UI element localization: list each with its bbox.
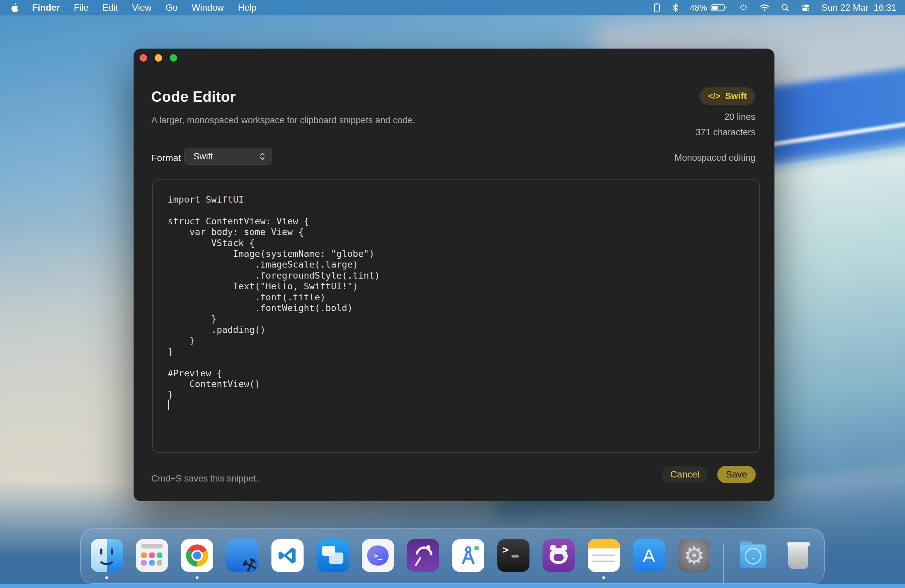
save-button[interactable]: Save — [717, 466, 756, 483]
dock-item-github-desktop[interactable] — [543, 539, 575, 572]
code-brackets-icon: </> — [708, 91, 721, 101]
battery-indicator[interactable]: 48% — [690, 3, 727, 13]
xcode-icon: ⚒ — [226, 539, 258, 572]
ghostty-icon: >_ — [362, 539, 394, 572]
iphone-mirroring-icon[interactable] — [652, 3, 661, 13]
menu-time: 16:31 — [873, 3, 896, 13]
dock-item-android-studio[interactable] — [452, 539, 484, 572]
monospaced-note: Monospaced editing — [675, 153, 756, 163]
android-studio-icon — [452, 539, 484, 572]
format-select-value: Swift — [194, 151, 213, 162]
dock-item-vscode[interactable] — [272, 539, 303, 572]
language-badge-label: Swift — [725, 91, 747, 102]
dock-item-downloads[interactable]: ↓ — [737, 539, 769, 572]
dock-item-ghostty[interactable]: >_ — [362, 539, 394, 572]
menu-bar-left: Finder File Edit View Go Window Help — [9, 0, 264, 15]
close-button[interactable] — [140, 54, 147, 62]
notes-icon — [588, 539, 620, 572]
proxyman-satellite-icon — [407, 539, 439, 572]
menu-item-go[interactable]: Go — [159, 0, 185, 15]
apple-menu[interactable] — [9, 3, 25, 13]
battery-icon — [711, 3, 727, 12]
bluetooth-icon[interactable] — [672, 3, 678, 13]
menu-item-view[interactable]: View — [125, 0, 159, 15]
chrome-icon — [181, 539, 213, 572]
dock-item-launchpad[interactable] — [136, 539, 168, 572]
code-editor-window: Code Editor A larger, monospaced workspa… — [133, 49, 775, 501]
window-controls — [140, 54, 177, 62]
dock-item-chrome[interactable] — [181, 539, 213, 572]
page-subtitle: A larger, monospaced workspace for clipb… — [151, 115, 415, 126]
battery-percent: 48% — [690, 3, 707, 13]
dock-item-finder[interactable] — [91, 539, 123, 572]
character-count: 371 characters — [695, 127, 756, 138]
vscode-icon — [272, 539, 303, 572]
terminal-icon: > — [497, 539, 529, 572]
dock-item-terminal[interactable]: > — [497, 539, 529, 572]
code-editor-area[interactable]: import SwiftUI struct ContentView: View … — [152, 180, 760, 453]
desktop: Finder File Edit View Go Window Help 48% — [0, 0, 905, 588]
dock-item-notes[interactable] — [588, 539, 620, 572]
spotlight-search-icon[interactable] — [781, 3, 789, 12]
zoom-button[interactable] — [170, 54, 177, 62]
menu-item-help[interactable]: Help — [231, 0, 264, 15]
menu-clock[interactable]: Sun 22 Mar 16:31 — [822, 3, 896, 13]
menu-item-edit[interactable]: Edit — [95, 0, 125, 15]
launchpad-icon — [136, 539, 168, 572]
menu-bar-status: 48% — [652, 3, 896, 13]
control-center-icon[interactable] — [801, 3, 810, 13]
menu-date: Sun 22 Mar — [822, 3, 868, 13]
wallpaper-bottom-strip — [0, 584, 905, 588]
cancel-button[interactable]: Cancel — [662, 466, 708, 483]
language-badge: </> Swift — [700, 87, 756, 105]
format-label: Format — [151, 153, 181, 164]
github-octocat-icon — [543, 539, 575, 572]
finder-icon — [91, 539, 123, 572]
dock-item-xcode[interactable]: ⚒ — [226, 539, 258, 572]
menu-bar: Finder File Edit View Go Window Help 48% — [0, 0, 905, 15]
apple-logo-icon — [11, 3, 19, 13]
save-hint: Cmd+S saves this snippet. — [151, 474, 258, 484]
windows-app-icon — [317, 539, 349, 572]
dock-item-proxyman[interactable] — [407, 539, 439, 572]
dock-separator — [723, 543, 724, 583]
dock-item-windows-app[interactable] — [317, 539, 349, 572]
dock-item-system-settings[interactable]: ⚙ — [678, 539, 710, 572]
page-title: Code Editor — [151, 88, 236, 105]
trash-icon — [782, 539, 814, 572]
dock: ⚒ >_ — [80, 528, 825, 584]
keyboard-brightness-icon[interactable] — [739, 3, 748, 13]
app-store-icon: A — [633, 539, 665, 572]
text-cursor — [168, 400, 169, 410]
line-count: 20 lines — [724, 112, 756, 122]
format-select[interactable]: Swift — [184, 148, 272, 165]
minimize-button[interactable] — [155, 54, 162, 62]
gear-icon: ⚙ — [678, 539, 710, 572]
chevron-updown-icon — [259, 152, 266, 161]
dock-item-trash[interactable] — [782, 539, 814, 572]
downloads-folder-icon: ↓ — [737, 539, 769, 572]
dock-item-app-store[interactable]: A — [633, 539, 665, 572]
menu-item-finder[interactable]: Finder — [25, 0, 67, 15]
wifi-icon[interactable] — [759, 3, 770, 12]
menu-item-window[interactable]: Window — [185, 0, 231, 15]
menu-item-file[interactable]: File — [67, 0, 96, 15]
code-editor-textarea[interactable]: import SwiftUI struct ContentView: View … — [153, 180, 759, 415]
